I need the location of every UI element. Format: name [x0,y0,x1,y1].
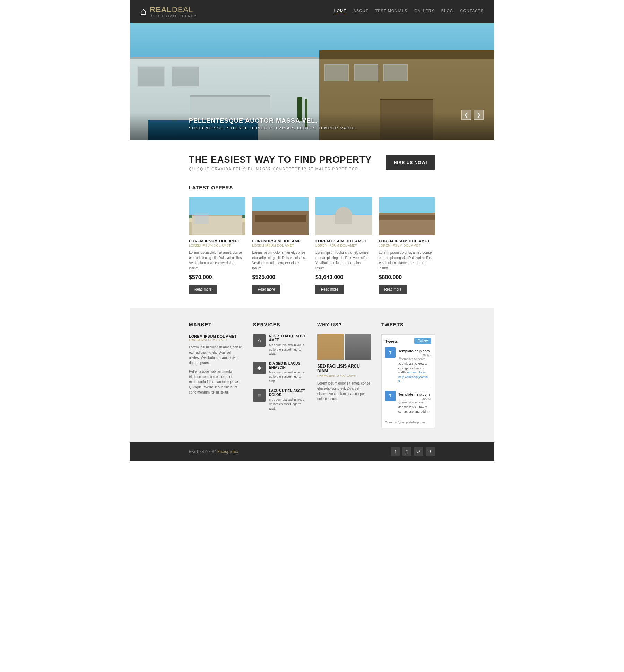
why-us-desc: Lorem ipsum dolor sit amet, conse etur a… [317,381,371,402]
nav-home[interactable]: HOME [334,9,347,14]
main-nav: HOME ABOUT TESTIMONIALS GALLERY BLOG CON… [334,9,484,14]
tagline-subheading: QUISQUE GRAVIDA FELIS EU MASSA CONSECTET… [189,167,372,171]
market-desc-2: Pellentesque habitant morbi tristique se… [189,369,243,395]
prop-photo-1 [189,197,245,235]
tweets-section-title: TWEETS [381,322,435,327]
tweet-content-1: Template-help.com 29 Apr @templatehelpco… [398,347,431,384]
why-us-col: WHY US? SED FACILISIS ARCU DIAM LOREM IP… [317,322,371,428]
footer-year: © 2014 [205,450,216,454]
hero-section: PELLENTESQUE AUCTOR MASSA VEL. SUSPENDIS… [130,23,494,140]
service-title-3: LACUS UT ENIASCET DOLOR [269,389,307,397]
privacy-link[interactable]: Privacy policy [217,450,239,454]
tweet-date-1: 29 Apr [422,354,431,357]
tweets-widget: Tweets Follow T Template-help.com 29 Apr… [381,334,435,428]
service-item-3: ≡ LACUS UT ENIASCET DOLOR Mes cum dia se… [253,389,307,411]
offer-subtitle-4: LOREM IPSUM DOL AMET [379,244,435,247]
prop-photo-4 [379,197,435,235]
hire-btn[interactable]: HIRE US NOW! [386,155,435,170]
logo-icon: ⌂ [140,6,146,17]
why-us-section-title: WHY US? [317,322,371,327]
offer-title-2: LOREM IPSUM DOL AMET [252,239,309,243]
nav-blog[interactable]: BLOG [441,9,453,14]
prop-photo-2 [252,197,309,235]
nav-contacts[interactable]: CONTACTS [460,9,484,14]
service-text-3: LACUS UT ENIASCET DOLOR Mes cum dia sed … [269,389,307,411]
service-desc-1: Mes cum dia sed in lacus us lore eniasce… [269,343,307,356]
offer-desc-1: Lorem ipsum dolor sit amet, conse etur a… [189,250,245,271]
house-win-1 [194,213,209,224]
why-us-img-2 [345,334,371,360]
market-desc-1: Lorem ipsum dolor sit amet, conse etur a… [189,345,243,365]
service-item-1: ⌂ NGERTO ALIQT SITET AMET Mes cum dia se… [253,334,307,356]
bottom-footer: Real Deal © 2014 Privacy policy f t g+ ✦ [130,442,494,461]
market-item-title: LOREM IPSUM DOL AMET [189,334,243,338]
tweet-item-1: T Template-help.com 29 Apr @templatehelp… [385,347,431,387]
service-item-2: ◆ DIA SED IN LACUS ENIASCIN Mes cum dia … [253,362,307,384]
googleplus-icon[interactable]: g+ [414,447,423,456]
twitter-icon[interactable]: t [402,447,411,456]
footer-section: MARKET LOREM IPSUM DOL AMET LOREM IPSUM … [130,308,494,442]
hero-next-btn[interactable]: ❯ [474,110,484,120]
offer-img-4 [379,197,435,235]
offer-desc-2: Lorem ipsum dolor sit amet, conse etur a… [252,250,309,271]
r-window-2 [354,64,378,81]
read-more-btn-4[interactable]: Read more [379,285,407,294]
hero-title: PELLENTESQUE AUCTOR MASSA VEL. [189,117,357,124]
roof-4 [379,215,435,221]
offer-img-1 [189,197,245,235]
offer-title-1: LOREM IPSUM DOL AMET [189,239,245,243]
logo: ⌂ REALDEAL REAL ESTATE AGENCY [140,5,197,18]
roof [319,50,494,59]
why-us-img-1 [317,334,344,360]
tweet-to: Tweet to @templatehelpcom [385,421,431,424]
tweet-author-1: Template-help.com [398,349,430,353]
market-item-sub: LOREM IPSUM DOL AMET [189,338,243,342]
read-more-btn-3[interactable]: Read more [315,285,344,294]
service-text-1: NGERTO ALIQT SITET AMET Mes cum dia sed … [269,334,307,356]
tweet-text-2: Joomla 2.5.x. How to set up, use and add… [398,405,431,414]
tweets-label: Tweets [385,339,398,343]
offer-desc-4: Lorem ipsum dolor sit amet, conse etur a… [379,250,435,271]
offer-subtitle-1: LOREM IPSUM DOL AMET [189,244,245,247]
tweet-header-1: Template-help.com 29 Apr [398,347,431,354]
prop-photo-3 [315,197,372,235]
read-more-btn-1[interactable]: Read more [189,285,217,294]
tweet-text-1: Joomla 2.5.x. How to change submenus wid… [398,362,431,384]
tweet-date-2: 29 Apr [422,397,431,400]
offer-card-4: LOREM IPSUM DOL AMET LOREM IPSUM DOL AME… [379,197,435,294]
tagline-text: THE EASIEST WAY TO FIND PROPERTY QUISQUE… [189,154,372,171]
service-icon-2: ◆ [253,362,266,374]
offer-img-2 [252,197,309,235]
service-icon-1: ⌂ [253,334,266,347]
logo-text: REALDEAL REAL ESTATE AGENCY [150,5,197,18]
nav-gallery[interactable]: GALLERY [414,9,434,14]
offer-price-4: $880.000 [379,274,435,281]
why-us-images [317,334,371,360]
header: ⌂ REALDEAL REAL ESTATE AGENCY HOME ABOUT… [130,0,494,23]
service-title-1: NGERTO ALIQT SITET AMET [269,334,307,342]
offer-price-1: $570.000 [189,274,245,281]
follow-button[interactable]: Follow [414,338,431,344]
hero-prev-btn[interactable]: ❮ [461,110,471,120]
nav-testimonials[interactable]: TESTIMONIALS [375,9,407,14]
read-more-btn-2[interactable]: Read more [252,285,280,294]
why-us-sub: LOREM IPSUM DOL AMET [317,374,371,378]
offer-title-3: LOREM IPSUM DOL AMET [315,239,372,243]
footer-copyright: Real Deal © 2014 Privacy policy [189,450,239,454]
offer-subtitle-2: LOREM IPSUM DOL AMET [252,244,309,247]
logo-bold: REAL [150,5,172,14]
rss-icon[interactable]: ✦ [426,447,435,456]
nav-about[interactable]: ABOUT [354,9,369,14]
offer-card-3: LOREM IPSUM DOL AMET LOREM IPSUM DOL AME… [315,197,372,294]
tweet-content-2: Template-help.com 29 Apr @templatehelpco… [398,391,431,414]
market-title: MARKET [189,322,243,327]
r-window-1 [324,64,349,81]
why-us-title: SED FACILISIS ARCU DIAM [317,364,371,373]
service-text-2: DIA SED IN LACUS ENIASCIN Mes cum dia se… [269,362,307,384]
offer-price-3: $1,643.000 [315,274,372,281]
offer-img-3 [315,197,372,235]
facebook-icon[interactable]: f [391,447,400,456]
offer-subtitle-3: LOREM IPSUM DOL AMET [315,244,372,247]
logo-light: DEAL [172,5,193,14]
window-2 [172,66,199,87]
